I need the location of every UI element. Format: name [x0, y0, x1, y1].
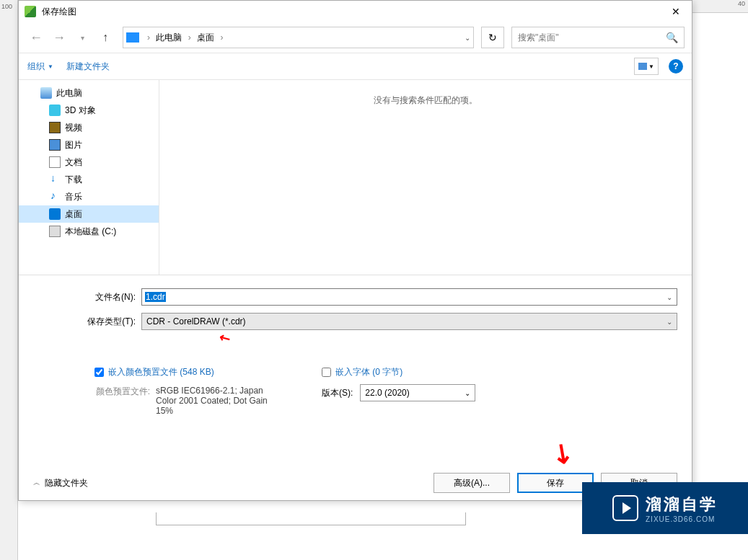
tree-this-pc[interactable]: 此电脑	[19, 84, 159, 102]
color-profile-label: 颜色预置文件:	[94, 386, 156, 416]
advanced-button[interactable]: 高级(A)...	[434, 473, 510, 493]
filename-dropdown-icon[interactable]: ⌄	[666, 293, 672, 301]
tree-documents[interactable]: 文档	[19, 154, 159, 171]
embed-color-checkbox-input[interactable]	[94, 368, 104, 377]
hide-folders-toggle[interactable]: ︿ 隐藏文件夹	[33, 477, 88, 489]
location-icon	[126, 32, 139, 43]
filetype-dropdown-icon[interactable]: ⌄	[666, 318, 672, 326]
help-button[interactable]: ?	[669, 59, 683, 74]
organize-menu[interactable]: 组织▼	[27, 61, 53, 73]
breadcrumb[interactable]: › 此电脑 › 桌面 ›	[144, 32, 226, 44]
tree-local-disk-c[interactable]: 本地磁盘 (C:)	[19, 223, 159, 240]
tree-desktop[interactable]: 桌面	[19, 205, 159, 223]
filetype-select[interactable]: CDR - CorelDRAW (*.cdr) ⌄	[141, 313, 677, 330]
navbar: ← → ▾ ↑ › 此电脑 › 桌面 › ⌄ ↻ 🔍	[19, 22, 692, 53]
chevron-up-icon: ︿	[33, 478, 40, 488]
save-dialog: 保存绘图 ✕ ← → ▾ ↑ › 此电脑 › 桌面 › ⌄ ↻ 🔍 组织▼ 新建…	[18, 0, 692, 501]
tree-music[interactable]: 音乐	[19, 188, 159, 205]
address-bar[interactable]: › 此电脑 › 桌面 › ⌄	[123, 27, 474, 48]
tree-videos[interactable]: 视频	[19, 119, 159, 136]
recent-dropdown[interactable]: ▾	[72, 27, 92, 48]
address-dropdown-icon[interactable]: ⌄	[465, 34, 470, 42]
play-icon	[612, 495, 638, 521]
embed-font-checkbox-input[interactable]	[322, 368, 331, 377]
folder-tree[interactable]: 此电脑 3D 对象 视频 图片 文档 下载 音乐 桌面 本地磁盘 (C:)	[19, 80, 159, 275]
view-mode-button[interactable]: ▼	[634, 58, 659, 75]
watermark-url: ZIXUE.3D66.COM	[646, 515, 718, 523]
search-input[interactable]	[518, 32, 666, 43]
refresh-button[interactable]: ↻	[481, 27, 504, 48]
empty-message: 没有与搜索条件匹配的项。	[374, 94, 478, 107]
ruler-left-mark: 100	[0, 3, 17, 10]
version-label: 版本(S):	[322, 387, 353, 399]
filetype-label: 保存类型(T):	[33, 316, 141, 328]
close-button[interactable]: ✕	[659, 1, 692, 22]
embed-color-checkbox[interactable]: 嵌入颜色预置文件 (548 KB)	[94, 366, 286, 378]
search-icon[interactable]: 🔍	[666, 32, 678, 43]
filename-label: 文件名(N):	[33, 291, 141, 303]
toolbar: 组织▼ 新建文件夹 ▼ ?	[19, 53, 692, 80]
new-folder-button[interactable]: 新建文件夹	[66, 61, 110, 73]
titlebar: 保存绘图 ✕	[19, 1, 692, 22]
embed-font-checkbox[interactable]: 嵌入字体 (0 字节)	[322, 366, 475, 378]
dialog-title: 保存绘图	[42, 6, 76, 18]
ruler-top-mark: 40	[690, 0, 748, 13]
back-button[interactable]: ←	[26, 27, 46, 48]
tree-3d-objects[interactable]: 3D 对象	[19, 102, 159, 119]
version-dropdown-icon[interactable]: ⌄	[465, 389, 470, 397]
up-button[interactable]: ↑	[95, 27, 115, 48]
watermark-title: 溜溜自学	[646, 494, 718, 515]
tree-downloads[interactable]: 下载	[19, 171, 159, 188]
forward-button[interactable]: →	[49, 27, 69, 48]
app-icon	[25, 6, 36, 17]
file-list-area[interactable]: 没有与搜索条件匹配的项。	[159, 80, 692, 275]
watermark: 溜溜自学 ZIXUE.3D66.COM	[582, 482, 748, 534]
crumb-this-pc[interactable]: 此电脑	[156, 32, 182, 43]
color-profile-value: sRGB IEC61966-2.1; Japan Color 2001 Coat…	[156, 386, 286, 416]
tree-pictures[interactable]: 图片	[19, 136, 159, 154]
filename-input[interactable]: 1.cdr ⌄	[141, 288, 677, 306]
background-fragment	[156, 512, 466, 525]
crumb-desktop[interactable]: 桌面	[197, 32, 214, 43]
version-select[interactable]: 22.0 (2020) ⌄	[360, 384, 475, 401]
search-box[interactable]: 🔍	[511, 27, 685, 48]
